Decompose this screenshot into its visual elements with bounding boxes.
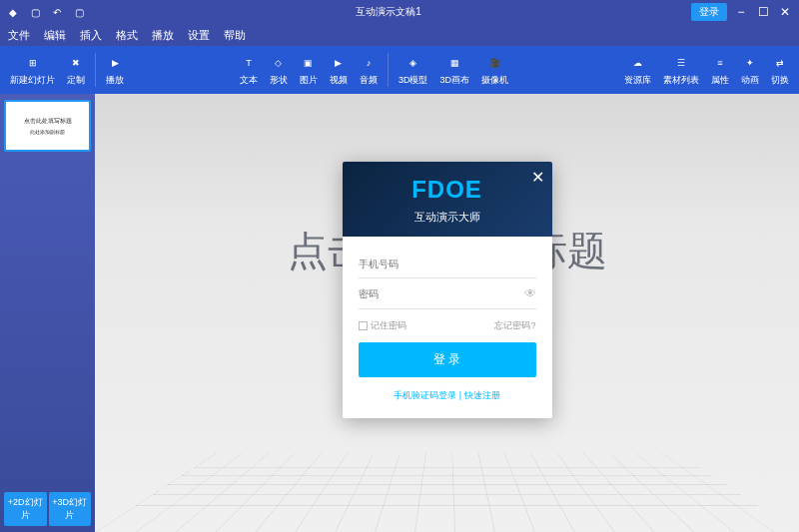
canvas[interactable]: 点击此处编辑标题 此处添加副标题 ✕ FDOE 互动演示大师 👁 [95,94,799,532]
camera-button[interactable]: 🎥摄像机 [475,52,514,89]
menu-format[interactable]: 格式 [116,28,138,43]
login-modal: ✕ FDOE 互动演示大师 👁 记住密码 忘记密码? [343,162,552,418]
modal-close-icon[interactable]: ✕ [531,168,544,187]
new-slide-button[interactable]: ⊞新建幻灯片 [4,52,61,89]
sidebar: 点击此处填写标题 此处添加副标题 +2D幻灯片 +3D幻灯片 [0,94,95,532]
play-button[interactable]: ▶播放 [100,52,130,89]
text-icon: T [240,54,258,72]
add-2d-slide-button[interactable]: +2D幻灯片 [4,492,47,526]
remember-checkbox[interactable] [359,321,368,330]
login-badge[interactable]: 登录 [691,3,727,21]
resource-icon: ☁ [629,54,647,72]
phone-login-link[interactable]: 手机验证码登录 [394,390,456,400]
password-input[interactable] [359,288,524,299]
minimize-icon[interactable]: − [733,4,749,20]
props-icon: ≡ [711,54,729,72]
redo-icon[interactable]: ▢ [72,5,86,19]
video-icon: ▶ [330,54,348,72]
separator [95,53,96,87]
switch-button[interactable]: ⇄切换 [765,52,795,89]
menu-settings[interactable]: 设置 [188,28,210,43]
custom-icon: ✖ [67,54,85,72]
toolbar: ⊞新建幻灯片 ✖定制 ▶播放 T文本 ◇形状 ▣图片 ▶视频 ♪音频 ◈3D模型… [0,46,799,94]
modal-header: ✕ FDOE 互动演示大师 [343,162,552,237]
list-icon: ☰ [672,54,690,72]
phone-input[interactable] [359,259,536,269]
modal-subtitle: 互动演示大师 [343,210,552,225]
password-row: 👁 [359,278,536,309]
material-button[interactable]: ☰素材列表 [657,52,705,89]
props-button[interactable]: ≡属性 [705,52,735,89]
separator [388,53,389,87]
video-button[interactable]: ▶视频 [324,52,354,89]
maximize-icon[interactable]: ☐ [755,4,771,20]
add-3d-slide-button[interactable]: +3D幻灯片 [49,492,92,526]
phone-row [359,251,536,278]
titlebar: ◆ ▢ ↶ ▢ 互动演示文稿1 登录 − ☐ ✕ [0,0,799,24]
menubar: 文件 编辑 插入 格式 播放 设置 帮助 [0,24,799,46]
app-icon: ◆ [6,5,20,19]
plus-icon: ⊞ [24,54,42,72]
shape-button[interactable]: ◇形状 [264,52,294,89]
remember-label: 记住密码 [371,319,406,332]
custom-button[interactable]: ✖定制 [61,52,91,89]
eye-icon[interactable]: 👁 [524,286,536,300]
menu-insert[interactable]: 插入 [80,28,102,43]
menu-file[interactable]: 文件 [8,28,30,43]
audio-icon: ♪ [360,54,378,72]
menu-play[interactable]: 播放 [152,28,174,43]
slide-thumbnail[interactable]: 点击此处填写标题 此处添加副标题 [4,100,91,152]
star-icon: ✦ [741,54,759,72]
switch-icon: ⇄ [771,54,789,72]
menu-help[interactable]: 帮助 [224,28,246,43]
model3d-button[interactable]: ◈3D模型 [393,52,434,89]
shape-icon: ◇ [270,54,288,72]
image-button[interactable]: ▣图片 [294,52,324,89]
audio-button[interactable]: ♪音频 [354,52,384,89]
thumb-subtitle: 此处添加副标题 [30,129,65,135]
grid-floor [95,453,799,532]
bottom-links: 手机验证码登录 | 快速注册 [359,377,536,402]
modal-logo: FDOE [343,176,552,204]
anim-button[interactable]: ✦动画 [735,52,765,89]
forgot-link[interactable]: 忘记密码? [494,319,535,332]
undo-icon[interactable]: ↶ [50,5,64,19]
new-icon[interactable]: ▢ [28,5,42,19]
resource-button[interactable]: ☁资源库 [618,52,657,89]
camera-icon: 🎥 [486,54,504,72]
play-icon: ▶ [106,54,124,72]
register-link[interactable]: 快速注册 [464,390,500,400]
image-icon: ▣ [300,54,318,72]
menu-edit[interactable]: 编辑 [44,28,66,43]
text-button[interactable]: T文本 [234,52,264,89]
doc-title: 互动演示文稿1 [86,5,691,19]
scene3d-button[interactable]: ▦3D画布 [434,52,476,89]
close-icon[interactable]: ✕ [777,4,793,20]
thumb-title: 点击此处填写标题 [24,117,72,126]
login-button[interactable]: 登 录 [359,342,536,377]
scene-icon: ▦ [445,54,463,72]
cube-icon: ◈ [404,54,422,72]
